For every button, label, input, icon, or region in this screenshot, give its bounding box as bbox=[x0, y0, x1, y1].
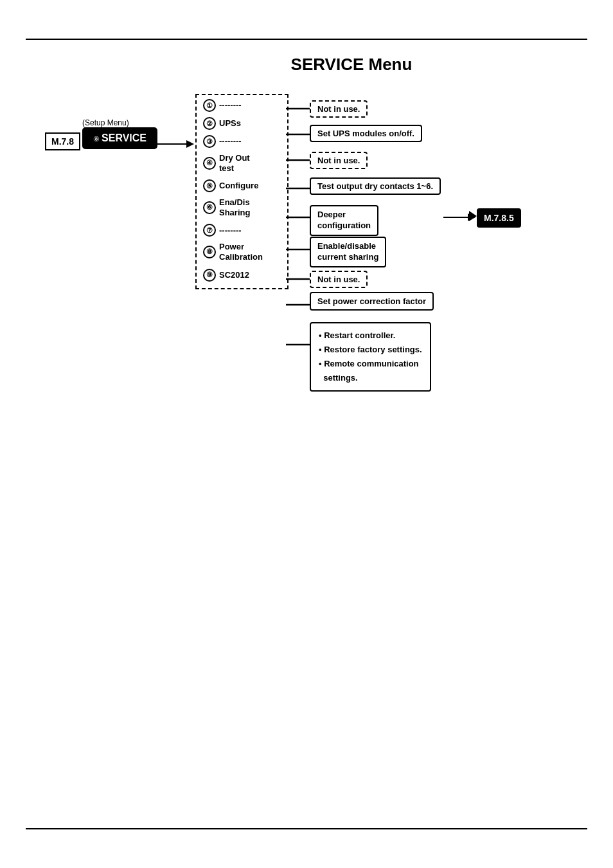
service-num: ⑧ SERVICE bbox=[93, 132, 147, 144]
menu-item-5: ⑤ Configure bbox=[203, 179, 281, 192]
desc-6: Enable/disablecurrent sharing bbox=[310, 237, 386, 267]
desc-1: Not in use. bbox=[310, 100, 368, 118]
page-title: Service Menu bbox=[116, 55, 587, 75]
m78-box: M.7.8 bbox=[45, 132, 80, 150]
top-divider bbox=[26, 39, 587, 40]
desc-4: Test output dry contacts 1~6. bbox=[310, 177, 441, 195]
bottom-divider bbox=[26, 828, 587, 829]
main-content: Service Menu bbox=[39, 55, 587, 460]
dashed-menu-box: ① -------- ② UPSs ③ -------- ④ Dry Outte… bbox=[195, 94, 289, 289]
menu-item-7: ⑦ -------- bbox=[203, 224, 281, 237]
desc-2: Set UPS modules on/off. bbox=[310, 125, 422, 142]
menu-item-3: ③ -------- bbox=[203, 135, 281, 148]
menu-item-6: ⑥ Ena/DisSharing bbox=[203, 197, 281, 217]
svg-marker-1 bbox=[186, 140, 194, 148]
desc-7: Not in use. bbox=[310, 271, 368, 288]
desc-5: Deeperconfiguration bbox=[310, 205, 378, 236]
desc-9: • Restart controller. • Restore factory … bbox=[310, 322, 431, 392]
desc-3: Not in use. bbox=[310, 152, 368, 169]
menu-item-4: ④ Dry Outtest bbox=[203, 153, 281, 173]
setup-menu-label: (Setup Menu) bbox=[82, 118, 129, 127]
m785-box: M.7.8.5 bbox=[477, 208, 521, 228]
menu-item-8: ⑧ PowerCalibration bbox=[203, 242, 281, 262]
menu-item-1: ① -------- bbox=[203, 99, 281, 112]
menu-item-2: ② UPSs bbox=[203, 117, 281, 130]
desc-8: Set power correction factor bbox=[310, 292, 434, 311]
service-box: ⑧ SERVICE bbox=[82, 127, 157, 149]
menu-item-9: ⑨ SC2012 bbox=[203, 269, 281, 282]
m785-arrow bbox=[469, 211, 477, 221]
